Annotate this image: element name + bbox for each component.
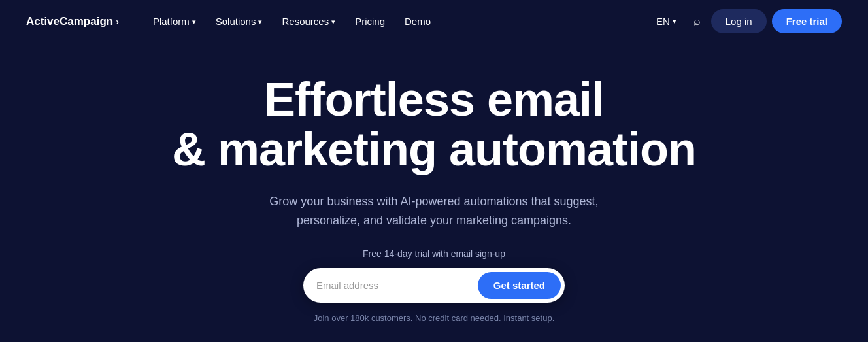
pricing-label: Pricing [355, 16, 385, 27]
language-selector[interactable]: EN ▾ [650, 10, 683, 32]
search-icon: ⌕ [693, 14, 701, 28]
nav-link-demo[interactable]: Demo [397, 10, 439, 32]
logo-arrow: › [116, 16, 119, 27]
logo-text: ActiveCampaign [26, 15, 113, 28]
resources-label: Resources [282, 16, 329, 27]
navbar: ActiveCampaign › Platform ▾ Solutions ▾ … [0, 0, 868, 43]
search-button[interactable]: ⌕ [688, 9, 706, 33]
email-input[interactable] [316, 275, 478, 296]
lang-text: EN [656, 16, 670, 27]
lang-chevron-icon: ▾ [673, 17, 676, 26]
hero-section: Effortless email & marketing automation … [0, 43, 868, 342]
nav-right: EN ▾ ⌕ Log in Free trial [650, 9, 842, 33]
nav-link-resources[interactable]: Resources ▾ [274, 10, 343, 32]
trial-label: Free 14-day trial with email sign-up [363, 248, 505, 259]
hero-title-line2: & marketing automation [172, 123, 696, 175]
logo[interactable]: ActiveCampaign › [26, 15, 119, 28]
email-form: Get started [303, 268, 565, 303]
hero-title: Effortless email & marketing automation [172, 75, 696, 174]
solutions-label: Solutions [216, 16, 256, 27]
hero-title-line1: Effortless email [264, 73, 604, 126]
hero-subtitle: Grow your business with AI-powered autom… [258, 192, 610, 230]
nav-link-solutions[interactable]: Solutions ▾ [208, 10, 271, 32]
platform-chevron-icon: ▾ [192, 18, 196, 26]
nav-link-platform[interactable]: Platform ▾ [145, 10, 204, 32]
free-trial-button[interactable]: Free trial [772, 9, 842, 33]
login-button[interactable]: Log in [711, 9, 767, 33]
resources-chevron-icon: ▾ [331, 18, 335, 26]
nav-link-pricing[interactable]: Pricing [347, 10, 393, 32]
solutions-chevron-icon: ▾ [258, 18, 262, 26]
nav-links: Platform ▾ Solutions ▾ Resources ▾ Prici… [145, 10, 650, 32]
social-proof: Join over 180k customers. No credit card… [314, 313, 555, 323]
demo-label: Demo [405, 16, 431, 27]
platform-label: Platform [153, 16, 190, 27]
get-started-button[interactable]: Get started [478, 272, 561, 299]
